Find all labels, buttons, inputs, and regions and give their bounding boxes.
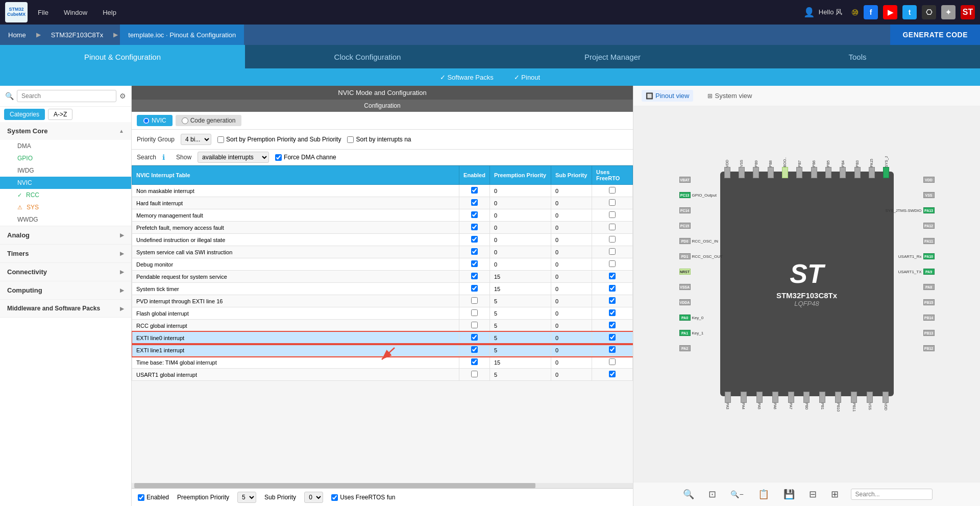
tab-tools[interactable]: Tools [735, 45, 980, 68]
breadcrumb-home[interactable]: Home [0, 25, 34, 45]
sidebar-section-middleware-header[interactable]: Middleware and Software Packs ▶ [0, 300, 131, 317]
bottom-pin-vdd2: VDD [883, 392, 889, 411]
right-pin-vdd: VDD [884, 173, 934, 187]
sidebar-item-sys[interactable]: SYS [0, 201, 131, 213]
breadcrumb-file[interactable]: template.ioc · Pinout & Configuration [120, 25, 244, 45]
sidebar-item-gpio[interactable]: GPIO [0, 152, 131, 164]
config-tab-code-gen-radio[interactable] [182, 117, 188, 124]
search-info-icon[interactable]: ℹ [162, 153, 165, 161]
sidebar-item-rcc[interactable]: RCC [0, 189, 131, 201]
table-row[interactable]: EXTI line0 interrupt50 [132, 332, 633, 344]
system-view-tab[interactable]: ⊞ System view [703, 90, 756, 102]
top-pin-pa15: PA15 [869, 159, 875, 179]
youtube-icon[interactable]: ▶ [883, 5, 897, 19]
table-row[interactable]: Time base: TIM4 global interrupt150 [132, 356, 633, 369]
pinout-view-tab[interactable]: 🔲 Pinout view [642, 90, 693, 102]
col-sub: Sub Priority [551, 166, 592, 185]
tab-project[interactable]: Project Manager [490, 45, 735, 68]
table-row[interactable]: System tick timer150 [132, 283, 633, 295]
table-row[interactable]: Flash global interrupt50 [132, 307, 633, 320]
tab-clock[interactable]: Clock Configuration [245, 45, 490, 68]
settings-icon[interactable]: ⚙ [119, 92, 126, 100]
sidebar-item-nvic[interactable]: NVIC [0, 177, 131, 189]
table-row[interactable]: Undefined instruction or illegal state00 [132, 234, 633, 246]
top-pin-pb7: PB7 [796, 160, 802, 178]
left-pin-pa2: PA2 [679, 341, 724, 355]
menu-window[interactable]: Window [64, 9, 87, 16]
search-input[interactable] [17, 90, 116, 102]
table-row[interactable]: Non maskable interrupt00 [132, 185, 633, 197]
misc-icon[interactable]: ✦ [941, 5, 955, 19]
sidebar-item-dma[interactable]: DMA [0, 140, 131, 152]
facebook-icon[interactable]: f [864, 5, 878, 19]
right-pin-pb15: PB15 [884, 295, 934, 309]
bottom-pin-pb1: PB1 [819, 392, 825, 409]
priority-group-select[interactable]: 4 bi... [181, 134, 211, 145]
sub-nav-pinout[interactable]: ✓ Pinout [514, 74, 540, 81]
fit-screen-icon[interactable]: ⊡ [706, 487, 718, 502]
sidebar-section-analog-header[interactable]: Analog ▶ [0, 226, 131, 244]
preemption-priority-select[interactable]: 5 01234 678 [237, 492, 256, 503]
table-row[interactable]: Hard fault interrupt00 [132, 197, 633, 209]
sidebar-section-computing-header[interactable]: Computing ▶ [0, 281, 131, 299]
panel-title: NVIC Mode and Configuration [132, 86, 633, 100]
chip-diagram-area: ST STM32F103C8Tx LQFP48 VDD VSS [633, 116, 980, 451]
sub-priority-select[interactable]: 0 [304, 492, 323, 503]
sort-interrupts-checkbox[interactable]: Sort by interrupts na [347, 136, 411, 143]
breadcrumb-bar: Home ▶ STM32F103C8Tx ▶ template.ioc · Pi… [0, 25, 980, 45]
generate-code-button[interactable]: GENERATE CODE [890, 25, 980, 45]
chip-package: LQFP48 [794, 300, 819, 307]
show-select[interactable]: available interrupts [198, 152, 269, 163]
sort-preemption-checkbox[interactable]: Sort by Premption Priority and Sub Prior… [217, 136, 341, 143]
table-row[interactable]: USART1 global interrupt50 [132, 369, 633, 381]
sidebar-item-iwdg[interactable]: IWDG [0, 164, 131, 177]
sidebar-item-wwdg[interactable]: WWDG [0, 213, 131, 226]
zoom-out-icon[interactable]: 🔍− [728, 488, 745, 500]
table-row[interactable]: Memory management fault00 [132, 209, 633, 222]
table-row[interactable]: Pendable request for system service150 [132, 271, 633, 283]
sidebar: 🔍 ⚙ Categories A->Z System Core ▲ DMA [0, 86, 132, 506]
col-freertos: Uses FreeRTO [592, 166, 633, 185]
table-row[interactable]: Debug monitor00 [132, 258, 633, 271]
search-area: 🔍 ⚙ [0, 86, 131, 107]
top-menu-bar: STM32 CubeMX File Window Help 👤 Hello 风 … [0, 0, 980, 25]
sidebar-section-timers-header[interactable]: Timers ▶ [0, 245, 131, 262]
search-toolbar: Search ℹ Show available interrupts Force… [132, 150, 633, 165]
table-row[interactable]: System service call via SWI instruction0… [132, 246, 633, 258]
tab-categories[interactable]: Categories [4, 109, 45, 120]
viewer-search-input[interactable] [851, 489, 933, 500]
config-tab-nvic-radio[interactable] [143, 117, 150, 124]
config-tab-code-gen[interactable]: Code generation [176, 115, 242, 126]
tab-az[interactable]: A->Z [48, 109, 72, 120]
github-icon[interactable]: ⎔ [922, 5, 936, 19]
table-toolbar: Priority Group 4 bi... Sort by Premption… [132, 130, 633, 150]
table-row[interactable]: PVD interrupt through EXTI line 1650 [132, 295, 633, 307]
right-pin-pa8: PA8 [884, 280, 934, 294]
sidebar-section-connectivity-header[interactable]: Connectivity ▶ [0, 263, 131, 281]
breadcrumb-device[interactable]: STM32F103C8Tx [43, 25, 112, 45]
grid-icon[interactable]: ⊞ [829, 487, 841, 502]
menu-file[interactable]: File [38, 9, 48, 16]
table-row[interactable]: EXTI line1 interrupt50 [132, 344, 633, 356]
tab-pinout[interactable]: Pinout & Configuration [0, 45, 245, 68]
col-preemption: Preemption Priority [490, 166, 551, 185]
config-tab-nvic[interactable]: NVIC [137, 115, 173, 126]
sidebar-section-system-core-header[interactable]: System Core ▲ [0, 122, 131, 140]
sub-nav-software-packs[interactable]: ✓ Software Packs [440, 74, 494, 81]
expand-arrow-middleware: ▶ [120, 306, 124, 311]
table-row[interactable]: Prefetch fault, memory access fault00 [132, 222, 633, 234]
twitter-icon[interactable]: t [902, 5, 917, 19]
zoom-in-icon[interactable]: 🔍 [681, 487, 696, 502]
split-icon[interactable]: ⊟ [807, 487, 819, 502]
table-row[interactable]: RCC global interrupt50 [132, 320, 633, 332]
export-icon[interactable]: 📋 [756, 487, 771, 502]
bottom-pin-pa3: PA3 [725, 392, 731, 409]
bottom-enabled-checkbox[interactable]: Enabled [138, 494, 169, 501]
right-pins: VDD VSS SYS_JTMS-SWDIO PA13 PA12 [884, 173, 934, 355]
bottom-freertos-checkbox[interactable]: Uses FreeRTOS fun [331, 494, 395, 501]
st-icon[interactable]: ST [961, 5, 975, 19]
save-icon[interactable]: 💾 [781, 487, 797, 502]
force-dma-checkbox[interactable]: Force DMA channe [275, 154, 336, 161]
horizontal-scrollbar[interactable] [132, 483, 633, 488]
menu-help[interactable]: Help [103, 9, 116, 16]
